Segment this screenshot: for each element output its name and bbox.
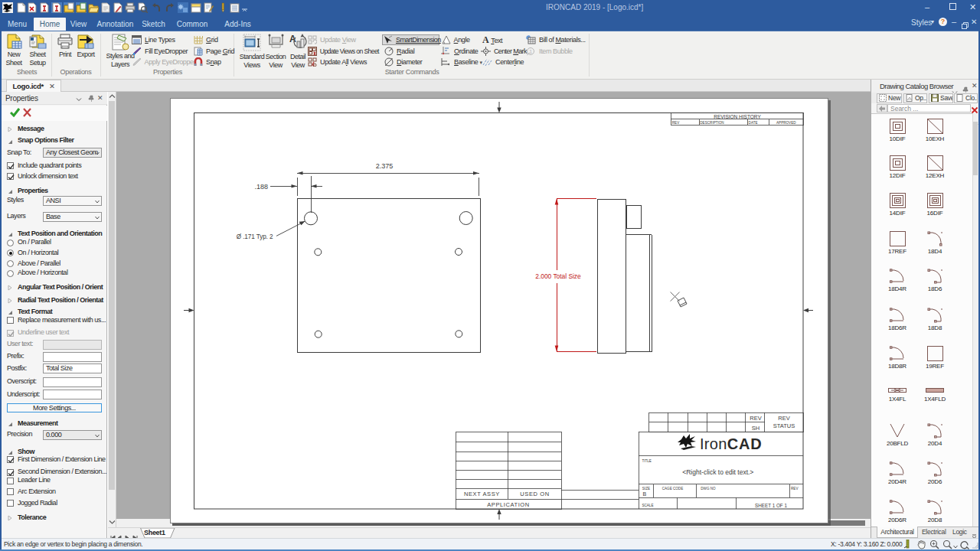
svg-text:APPROVED: APPROVED bbox=[776, 121, 796, 125]
svg-text:A: A bbox=[289, 34, 296, 44]
svg-text:REV: REV bbox=[750, 415, 761, 422]
svg-text:.188: .188 bbox=[254, 183, 268, 191]
svg-text:Ø .171 Typ. 2: Ø .171 Typ. 2 bbox=[237, 233, 273, 240]
svg-text:STATUS: STATUS bbox=[773, 422, 795, 429]
svg-text:SH: SH bbox=[752, 425, 760, 432]
svg-text:<Right-click to edit text.>: <Right-click to edit text.> bbox=[682, 468, 753, 476]
svg-text:CAGE CODE: CAGE CODE bbox=[662, 487, 684, 491]
svg-text:TITLE: TITLE bbox=[642, 459, 652, 463]
svg-text:DWG NO: DWG NO bbox=[701, 487, 716, 491]
svg-text:SIZE: SIZE bbox=[642, 487, 650, 491]
svg-text:SHEET 1 OF 1: SHEET 1 OF 1 bbox=[755, 503, 787, 508]
svg-text:SCALE: SCALE bbox=[642, 504, 653, 507]
svg-text:DATE: DATE bbox=[749, 121, 758, 125]
svg-text:NEXT ASSY: NEXT ASSY bbox=[464, 491, 500, 497]
svg-text:REVISION HISTORY: REVISION HISTORY bbox=[714, 114, 761, 119]
svg-text:2.375: 2.375 bbox=[376, 162, 394, 170]
svg-text:APPLICATION: APPLICATION bbox=[487, 501, 530, 508]
svg-text:2.000 Total Size: 2.000 Total Size bbox=[535, 272, 581, 280]
svg-text:IronCAD: IronCAD bbox=[700, 435, 762, 452]
svg-text:REV: REV bbox=[778, 415, 789, 422]
svg-text:B: B bbox=[643, 491, 647, 497]
svg-text:REV: REV bbox=[672, 121, 680, 125]
svg-text:REV: REV bbox=[791, 487, 799, 491]
svg-text:USED ON: USED ON bbox=[520, 491, 549, 497]
svg-text:DESCRIPTION: DESCRIPTION bbox=[700, 121, 724, 125]
